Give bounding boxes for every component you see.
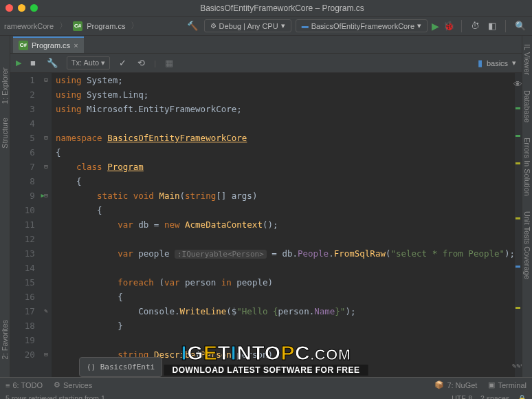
config-label: BasicsOfEntityFrameworkCore (311, 22, 414, 30)
fold-gutter[interactable]: ⊟⊟⊟⊟✎⊟ (41, 73, 52, 377)
right-tool-rail: IL Viewer Database Errors In Solution Un… (522, 36, 532, 377)
pencils-icon: ✎✎✎ (512, 358, 522, 373)
code-editor[interactable]: 123456789▶1011121314151617181920 ⊟⊟⊟⊟✎⊟ … (10, 73, 522, 377)
debug-config-icon: ⚙ (210, 22, 217, 30)
context-label[interactable]: basics (487, 59, 508, 67)
favorites-tool-button[interactable]: 2: Favorites (1, 316, 9, 363)
disabled-icon: ▦ (163, 58, 175, 68)
errors-button[interactable]: Errors In Solution (523, 133, 531, 200)
line-number-gutter: 123456789▶1011121314151617181920 (10, 73, 41, 377)
coverage-button[interactable]: Unit Tests Coverage (523, 207, 531, 283)
services-button[interactable]: ⚙ Services (54, 380, 92, 389)
lock-icon[interactable]: 🔒 (518, 394, 527, 400)
folder-icon: ▮ (478, 58, 483, 68)
hammer-build-icon[interactable]: 🔨 (185, 21, 200, 31)
profile-button[interactable]: ⏱ (469, 21, 482, 31)
explorer-tool-button[interactable]: 1: Explorer (1, 63, 9, 108)
chevron-down-icon: ▾ (281, 21, 285, 30)
nuget-button[interactable]: 📦 7: NuGet (434, 380, 477, 389)
csharp-file-icon: C# (73, 21, 82, 31)
editor-toolbar: ▶ ■ 🔧 Tx: Auto ▾ ✓ ⟲ | ▦ ▮ basics ▾ (10, 54, 522, 73)
window-title: BasicsOfEntityFrameworkCore – Program.cs (38, 3, 527, 13)
navigation-breadcrumb[interactable]: ⟨⟩ BasicsOfEnti (79, 357, 162, 377)
run-scratch-button[interactable]: ▶ (16, 58, 21, 67)
stop-button[interactable]: ■ (28, 58, 38, 68)
inspection-eye-icon[interactable]: 👁 (513, 77, 522, 91)
encoding-indicator[interactable]: UTF-8 (452, 394, 472, 400)
chevron-down-icon: ▾ (512, 58, 516, 67)
attach-button[interactable]: ◧ (486, 21, 498, 31)
dotnet-icon: ▬ (302, 22, 309, 30)
chevron-right-icon: 〉 (59, 20, 67, 32)
left-tool-rail: 1: Explorer Structure 2: Favorites (0, 36, 10, 377)
error-stripe[interactable]: 👁 ✎✎✎ (515, 73, 522, 377)
editor-tab[interactable]: C# Program.cs × (13, 36, 84, 53)
indent-indicator[interactable]: 2 spaces (480, 394, 509, 400)
status-message: 5 rows retrieved starting from 1 (5, 394, 105, 399)
database-button[interactable]: Database (523, 86, 531, 127)
terminal-button[interactable]: ▣ Terminal (488, 380, 527, 389)
status-bar: 5 rows retrieved starting from 1 UTF-8 2… (0, 392, 532, 399)
editor-tabs: C# Program.cs × (10, 36, 522, 54)
breadcrumb-file[interactable]: Program.cs (87, 22, 125, 30)
editor-area: C# Program.cs × ▶ ■ 🔧 Tx: Auto ▾ ✓ ⟲ | ▦… (10, 36, 522, 377)
run-button[interactable]: ▶ (432, 21, 439, 32)
build-config-dropdown[interactable]: ⚙ Debug | Any CPU ▾ (204, 19, 291, 32)
navigation-bar: rameworkCore 〉 C# Program.cs 〉 🔨 ⚙ Debug… (0, 17, 532, 36)
window-controls (5, 4, 38, 12)
wrench-icon[interactable]: 🔧 (45, 58, 60, 68)
commit-icon[interactable]: ✓ (117, 58, 129, 68)
chevron-right-icon: 〉 (131, 20, 139, 32)
close-window-button[interactable] (5, 4, 13, 12)
il-viewer-button[interactable]: IL Viewer (523, 40, 531, 79)
tab-label: Program.cs (32, 41, 70, 50)
close-tab-button[interactable]: × (74, 41, 78, 50)
titlebar: BasicsOfEntityFrameworkCore – Program.cs (0, 0, 532, 17)
tool-window-bar: ≡ 6: TODO ⚙ Services 📦 7: NuGet ▣ Termin… (0, 377, 532, 392)
search-icon[interactable]: 🔍 (513, 21, 528, 31)
maximize-window-button[interactable] (30, 4, 38, 12)
chevron-down-icon: ▾ (417, 21, 421, 30)
debug-button[interactable]: 🐞 (443, 21, 454, 31)
code-content[interactable]: using System;using System.Linq;using Mic… (52, 73, 515, 377)
config-label: Debug | Any CPU (219, 22, 278, 30)
todo-button[interactable]: ≡ 6: TODO (5, 381, 43, 389)
rollback-icon[interactable]: ⟲ (135, 58, 147, 68)
structure-tool-button[interactable]: Structure (1, 114, 9, 153)
csharp-file-icon: C# (19, 41, 28, 50)
tx-mode-dropdown[interactable]: Tx: Auto ▾ (67, 56, 110, 69)
breadcrumb-project[interactable]: rameworkCore (4, 22, 54, 30)
minimize-window-button[interactable] (18, 4, 25, 12)
run-config-dropdown[interactable]: ▬ BasicsOfEntityFrameworkCore ▾ (296, 19, 428, 32)
